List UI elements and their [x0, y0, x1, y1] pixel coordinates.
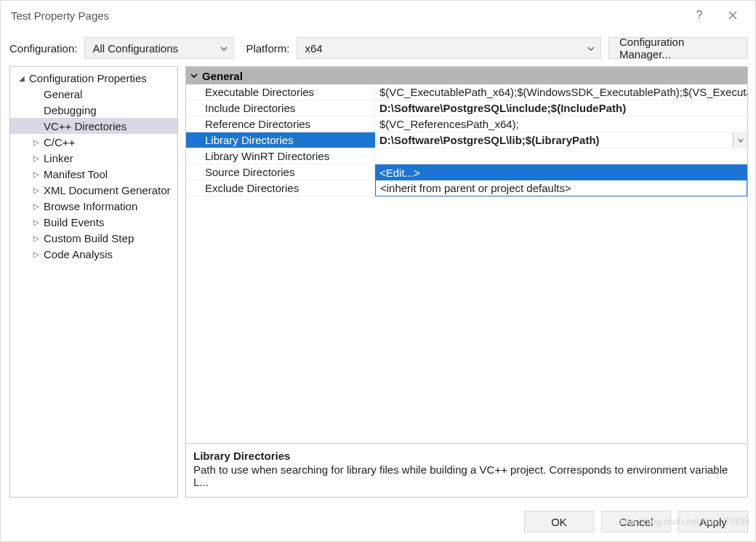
- tree-item-label: VC++ Directories: [44, 120, 126, 132]
- configuration-combo[interactable]: All Configurations: [84, 37, 234, 59]
- configuration-manager-button[interactable]: Configuration Manager...: [608, 37, 748, 59]
- chevron-down-icon: [587, 42, 595, 55]
- property-grid: General Executable Directories$(VC_Execu…: [186, 67, 747, 443]
- tree-item-label: Custom Build Step: [44, 232, 134, 244]
- platform-value: x64: [305, 42, 322, 55]
- platform-label: Platform:: [246, 42, 289, 55]
- dialog-window: Test Property Pages ? Configuration: All…: [0, 0, 756, 542]
- property-value[interactable]: D:\Software\PostgreSQL\lib;$(LibraryPath…: [375, 132, 747, 148]
- tree-item-label: General: [44, 88, 82, 100]
- expander-closed-icon: ▷: [32, 202, 41, 210]
- tree-item-linker[interactable]: ▷Linker: [10, 150, 177, 166]
- tree-item-label: Browse Information: [44, 200, 137, 212]
- grid-section-header[interactable]: General: [186, 67, 747, 84]
- help-button[interactable]: ?: [683, 4, 716, 27]
- platform-combo[interactable]: x64: [297, 37, 601, 59]
- description-title: Library Directories: [193, 450, 740, 462]
- grid-body: Executable Directories$(VC_ExecutablePat…: [186, 84, 747, 196]
- expander-closed-icon: ▷: [32, 250, 41, 258]
- expander-closed-icon: ▷: [32, 234, 41, 242]
- expander-closed-icon: ▷: [32, 154, 41, 162]
- tree-item-manifest-tool[interactable]: ▷Manifest Tool: [10, 166, 177, 182]
- tree-item-general[interactable]: General: [10, 86, 177, 102]
- cancel-button[interactable]: Cancel: [601, 511, 671, 533]
- description-text: Path to use when searching for library f…: [193, 463, 740, 488]
- close-icon: [728, 11, 737, 20]
- chevron-down-icon: [186, 72, 202, 79]
- dropdown-popup: <Edit...><inherit from parent or project…: [375, 164, 747, 196]
- titlebar: Test Property Pages ?: [1, 1, 755, 30]
- apply-button[interactable]: Apply: [678, 511, 748, 533]
- grid-fill: [186, 196, 747, 443]
- property-name: Reference Directories: [186, 116, 375, 132]
- tree-item-label: Debugging: [44, 104, 97, 116]
- property-name: Library Directories: [186, 132, 375, 148]
- tree-item-label: Manifest Tool: [44, 168, 108, 180]
- tree-item-label: Build Events: [44, 216, 104, 228]
- property-grid-panel: General Executable Directories$(VC_Execu…: [185, 66, 748, 498]
- tree-item-xml-document-generator[interactable]: ▷XML Document Generator: [10, 182, 177, 198]
- tree-item-browse-information[interactable]: ▷Browse Information: [10, 198, 177, 214]
- cancel-label: Cancel: [619, 516, 654, 528]
- configuration-label: Configuration:: [9, 42, 77, 55]
- tree[interactable]: ◢ Configuration Properties GeneralDebugg…: [9, 66, 178, 498]
- close-button[interactable]: [716, 4, 749, 27]
- window-title: Test Property Pages: [11, 9, 109, 22]
- tree-item-custom-build-step[interactable]: ▷Custom Build Step: [10, 230, 177, 246]
- grid-row[interactable]: Library DirectoriesD:\Software\PostgreSQ…: [186, 132, 747, 148]
- configuration-manager-label: Configuration Manager...: [619, 36, 737, 60]
- grid-section-title: General: [202, 70, 243, 82]
- configuration-value: All Configurations: [92, 42, 178, 55]
- property-value[interactable]: [375, 148, 747, 164]
- chevron-down-icon: [738, 138, 744, 143]
- grid-row[interactable]: Include DirectoriesD:\Software\PostgreSQ…: [186, 100, 747, 116]
- footer: OK Cancel Apply: [1, 503, 755, 541]
- tree-root[interactable]: ◢ Configuration Properties: [10, 70, 177, 86]
- tree-root-label: Configuration Properties: [29, 72, 147, 84]
- expander-closed-icon: ▷: [32, 186, 41, 194]
- expander-closed-icon: ▷: [32, 218, 41, 226]
- expander-closed-icon: ▷: [32, 138, 41, 146]
- expander-open-icon: ◢: [17, 74, 26, 82]
- tree-item-label: C/C++: [44, 136, 75, 148]
- dropdown-option[interactable]: <inherit from parent or project defaults…: [375, 180, 747, 196]
- expander-closed-icon: ▷: [32, 170, 41, 178]
- tree-item-vc-directories[interactable]: VC++ Directories: [10, 118, 177, 134]
- tree-item-c-c-[interactable]: ▷C/C++: [10, 134, 177, 150]
- chevron-down-icon: [220, 42, 228, 55]
- property-name: Source Directories: [186, 164, 375, 180]
- property-name: Include Directories: [186, 100, 375, 116]
- property-name: Executable Directories: [186, 84, 375, 100]
- property-value[interactable]: D:\Software\PostgreSQL\include;$(Include…: [375, 100, 747, 116]
- grid-row[interactable]: Library WinRT Directories: [186, 148, 747, 164]
- tree-item-label: Linker: [44, 152, 73, 164]
- description-pane: Library Directories Path to use when sea…: [186, 443, 747, 497]
- property-value[interactable]: $(VC_ExecutablePath_x64);$(WindowsSDK_Ex…: [375, 84, 747, 100]
- property-name: Exclude Directories: [186, 180, 375, 196]
- main-area: ◢ Configuration Properties GeneralDebugg…: [1, 66, 755, 503]
- property-name: Library WinRT Directories: [186, 148, 375, 164]
- apply-label: Apply: [699, 516, 727, 528]
- config-row: Configuration: All Configurations Platfo…: [1, 30, 755, 66]
- ok-button[interactable]: OK: [524, 511, 594, 533]
- grid-row[interactable]: Executable Directories$(VC_ExecutablePat…: [186, 84, 747, 100]
- property-value[interactable]: $(VC_ReferencesPath_x64);: [375, 116, 747, 132]
- tree-item-build-events[interactable]: ▷Build Events: [10, 214, 177, 230]
- ok-label: OK: [551, 516, 567, 528]
- dropdown-button[interactable]: [733, 132, 747, 148]
- tree-item-label: Code Analysis: [44, 248, 113, 260]
- grid-row[interactable]: Reference Directories$(VC_ReferencesPath…: [186, 116, 747, 132]
- dropdown-option[interactable]: <Edit...>: [375, 164, 747, 180]
- tree-item-label: XML Document Generator: [44, 184, 171, 196]
- tree-item-code-analysis[interactable]: ▷Code Analysis: [10, 246, 177, 262]
- tree-item-debugging[interactable]: Debugging: [10, 102, 177, 118]
